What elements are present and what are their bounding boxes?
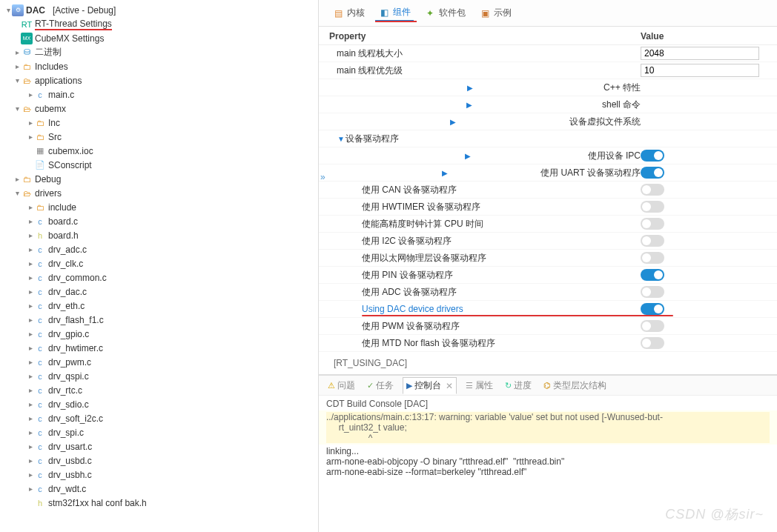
toggle-pin[interactable] — [641, 269, 664, 281]
row-cputime[interactable]: 使能高精度时钟计算 CPU 时间 — [319, 216, 777, 233]
row-main-priority[interactable]: main 线程优先级 — [319, 62, 777, 79]
c-file-icon: c — [34, 469, 46, 481]
label: 组件 — [393, 6, 411, 19]
file-drv-hwtimer[interactable]: cdrv_hwtimer.c — [0, 341, 318, 355]
row-dac[interactable]: Using DAC device drivers — [319, 301, 777, 318]
expand-toggle[interactable] — [13, 48, 21, 56]
toggle-pwm[interactable] — [641, 320, 664, 332]
tab-progress[interactable]: ↻进度 — [502, 378, 535, 393]
toggle-i2c[interactable] — [641, 235, 664, 247]
tab-tasks[interactable]: ✓任务 — [364, 378, 397, 393]
file-drv-eth[interactable]: cdrv_eth.c — [0, 299, 318, 313]
row-hwtimer[interactable]: 使用 HWTIMER 设备驱动程序 — [319, 199, 777, 216]
main-priority-input[interactable] — [641, 64, 759, 77]
folder-inc[interactable]: 🗀Inc — [0, 116, 318, 130]
file-stm32-bak[interactable]: hstm32f1xx hal conf bak.h — [0, 496, 318, 510]
chevron-right-icon[interactable] — [337, 101, 602, 109]
binary-group[interactable]: ⛁ 二进制 — [0, 45, 318, 59]
file-drv-usbh[interactable]: cdrv_usbh.c — [0, 468, 318, 482]
file-drv-dac[interactable]: cdrv_dac.c — [0, 285, 318, 299]
label: drv_usbd.c — [48, 456, 92, 466]
toggle-ipc[interactable] — [641, 150, 664, 162]
file-drv-pwm[interactable]: cdrv_pwm.c — [0, 355, 318, 369]
property-rows: main 线程栈大小 main 线程优先级 C++ 特性 shell 命令 设备… — [319, 45, 777, 352]
toggle-mtd[interactable] — [641, 337, 664, 349]
project-root[interactable]: ⚙ DAC [Active - Debug] — [0, 3, 318, 17]
tab-example[interactable]: ▣示例 — [476, 5, 515, 21]
label: cubemx — [35, 104, 66, 114]
row-vfs[interactable]: 设备虚拟文件系统 — [319, 113, 777, 130]
row-adc[interactable]: 使用 ADC 设备驱动程序 — [319, 284, 777, 301]
toggle-can[interactable] — [641, 184, 664, 196]
main-stack-input[interactable] — [641, 47, 759, 60]
folder-include[interactable]: 🗀include — [0, 200, 318, 214]
tab-problems[interactable]: ⚠问题 — [325, 378, 358, 393]
file-drv-wdt[interactable]: cdrv_wdt.c — [0, 482, 318, 496]
cubemx-group[interactable]: 🗁 cubemx — [0, 102, 318, 116]
chevron-down-icon[interactable] — [337, 135, 345, 143]
toggle-uart[interactable] — [641, 167, 664, 179]
tab-type-hierarchy[interactable]: ⌬类型层次结构 — [540, 378, 609, 393]
row-cpp[interactable]: C++ 特性 — [319, 79, 777, 96]
label: 软件包 — [439, 7, 466, 19]
drivers-group[interactable]: 🗁drivers — [0, 186, 318, 200]
cubemx-settings[interactable]: MX CubeMX Settings — [0, 31, 318, 45]
chevron-right-icon[interactable] — [348, 152, 588, 160]
row-ipc[interactable]: 使用设备 IPC — [319, 147, 777, 164]
file-drv-flash-f1[interactable]: cdrv_flash_f1.c — [0, 313, 318, 327]
row-pwm[interactable]: 使用 PWM 设备驱动程序 — [319, 318, 777, 335]
chevron-right-icon[interactable] — [348, 169, 540, 177]
row-uart[interactable]: 使用 UART 设备驱动程序 — [319, 164, 777, 182]
file-drv-sdio[interactable]: cdrv_sdio.c — [0, 397, 318, 411]
row-main-stack[interactable]: main 线程栈大小 — [319, 45, 777, 62]
debug-group[interactable]: 🗀Debug — [0, 172, 318, 186]
label: board.c — [48, 216, 78, 227]
file-cubemx-ioc[interactable]: ▦cubemx.ioc — [0, 144, 318, 158]
file-drv-gpio[interactable]: cdrv_gpio.c — [0, 327, 318, 341]
file-drv-adc[interactable]: cdrv_adc.c — [0, 242, 318, 256]
includes-group[interactable]: 🗀 Includes — [0, 59, 318, 73]
file-drv-usbd[interactable]: cdrv_usbd.c — [0, 453, 318, 468]
row-device-drivers[interactable]: 设备驱动程序 — [319, 130, 777, 147]
rt-thread-settings[interactable]: RT RT-Thread Settings — [0, 17, 318, 31]
file-board-h[interactable]: hboard.h — [0, 228, 318, 242]
expand-toggle[interactable] — [13, 76, 21, 84]
toggle-dac[interactable] — [641, 303, 664, 315]
tab-component[interactable]: ◧组件 — [375, 4, 414, 21]
tab-kernel[interactable]: ▤内核 — [329, 5, 368, 21]
chevron-right-icon[interactable] — [337, 118, 569, 126]
row-can[interactable]: 使用 CAN 设备驱动程序 — [319, 182, 777, 199]
row-shell[interactable]: shell 命令 — [319, 96, 777, 113]
tab-properties[interactable]: ☰属性 — [463, 378, 496, 393]
row-pin[interactable]: 使用 PIN 设备驱动程序 — [319, 267, 777, 284]
close-icon[interactable]: ✕ — [446, 381, 453, 391]
file-drv-usart[interactable]: cdrv_usart.c — [0, 439, 318, 453]
applications-group[interactable]: 🗁 applications — [0, 73, 318, 87]
tab-packages[interactable]: ✦软件包 — [421, 5, 469, 21]
toggle-cputime[interactable] — [641, 218, 664, 230]
row-i2c[interactable]: 使用 I2C 设备驱动程序 — [319, 233, 777, 250]
file-main-c[interactable]: c main.c — [0, 87, 318, 102]
file-board-c[interactable]: cboard.c — [0, 214, 318, 228]
toggle-adc[interactable] — [641, 286, 664, 298]
toggle-eth[interactable] — [641, 252, 664, 264]
row-eth[interactable]: 使用以太网物理层设备驱动程序 — [319, 250, 777, 267]
file-sconscript[interactable]: 📄SConscript — [0, 158, 318, 172]
file-drv-rtc[interactable]: cdrv_rtc.c — [0, 383, 318, 397]
file-drv-common[interactable]: cdrv_common.c — [0, 270, 318, 285]
file-drv-spi[interactable]: cdrv_spi.c — [0, 425, 318, 439]
expand-toggle[interactable] — [13, 104, 21, 113]
project-tree-panel: ⚙ DAC [Active - Debug] RT RT-Thread Sett… — [0, 0, 319, 532]
folder-src[interactable]: 🗀Src — [0, 130, 318, 144]
console-icon: ▶ — [406, 381, 412, 390]
file-icon: 📄 — [34, 159, 46, 171]
file-drv-clk[interactable]: cdrv_clk.c — [0, 256, 318, 270]
toggle-hwtimer[interactable] — [641, 201, 664, 213]
chevron-right-icon[interactable] — [337, 84, 604, 92]
file-drv-soft-i2c[interactable]: cdrv_soft_i2c.c — [0, 411, 318, 425]
row-mtd[interactable]: 使用 MTD Nor flash 设备驱动程序 — [319, 335, 777, 352]
file-drv-qspi[interactable]: cdrv_qspi.c — [0, 369, 318, 383]
tab-console[interactable]: ▶控制台✕ — [403, 377, 457, 394]
expand-toggle[interactable] — [13, 62, 21, 70]
expand-toggle[interactable] — [4, 6, 12, 14]
